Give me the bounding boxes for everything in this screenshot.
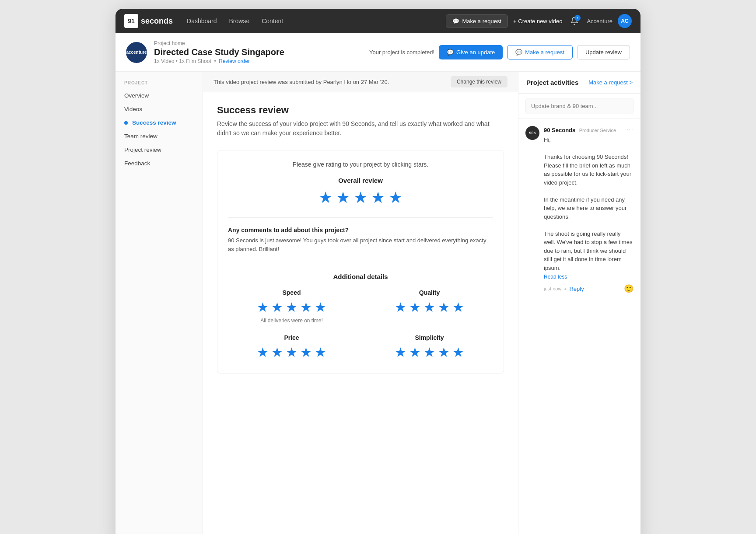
activity-panel: Project activities Make a request > 90s … <box>518 72 640 534</box>
speed-star-3[interactable]: ★ <box>286 300 298 315</box>
comments-label: Any comments to add about this project? <box>228 227 493 234</box>
message-icon: 💬 <box>452 18 459 24</box>
change-review-button[interactable]: Change this review <box>451 76 508 87</box>
project-logo: accenture <box>126 42 147 63</box>
quality-stars[interactable]: ★ ★ ★ ★ ★ <box>366 300 493 315</box>
project-header: accenture Project home Directed Case Stu… <box>116 33 640 72</box>
details-section: Additional details Speed ★ ★ ★ ★ ★ <box>228 264 493 363</box>
brand: 91 seconds <box>124 14 173 28</box>
speed-star-1[interactable]: ★ <box>257 300 269 315</box>
update-review-button[interactable]: Update review <box>577 45 630 59</box>
make-request-activity-link[interactable]: Make a request > <box>588 79 633 86</box>
price-star-2[interactable]: ★ <box>271 345 283 360</box>
detail-price: Price ★ ★ ★ ★ ★ <box>228 334 355 363</box>
notice-bar: This video project review was submitted … <box>203 72 518 92</box>
simplicity-star-5[interactable]: ★ <box>452 345 464 360</box>
sidebar-item-videos[interactable]: Videos <box>116 102 203 116</box>
user-avatar[interactable]: AC <box>618 14 632 28</box>
detail-quality: Quality ★ ★ ★ ★ ★ <box>366 289 493 324</box>
sidebar-item-project-review[interactable]: Project review <box>116 143 203 157</box>
message-avatar: 90s <box>525 126 539 140</box>
sidebar-item-overview[interactable]: Overview <box>116 89 203 102</box>
notification-button[interactable]: 1 <box>567 14 581 28</box>
brand-label: seconds <box>141 17 173 26</box>
notification-badge: 1 <box>574 15 581 21</box>
price-stars[interactable]: ★ ★ ★ ★ ★ <box>228 345 355 360</box>
review-content: Success review Review the success of you… <box>203 92 518 386</box>
main-layout: PROJECT Overview Videos Success review T… <box>116 72 640 534</box>
activity-title: Project activities <box>526 79 578 86</box>
message-item: 90s 90 Seconds Producer Service ··· Hi, <box>525 126 634 293</box>
message-options-button[interactable]: ··· <box>626 126 634 134</box>
message-role: Producer Service <box>579 128 616 133</box>
message-header: 90 Seconds Producer Service ··· <box>544 126 634 134</box>
message-time: just now <box>544 286 561 291</box>
detail-speed: Speed ★ ★ ★ ★ ★ All deliveries were on t… <box>228 289 355 324</box>
review-order-link[interactable]: Review order <box>219 58 250 64</box>
simplicity-stars[interactable]: ★ ★ ★ ★ ★ <box>366 345 493 360</box>
project-title: Directed Case Study Singapore <box>154 47 362 57</box>
star-3[interactable]: ★ <box>354 188 368 207</box>
star-5[interactable]: ★ <box>388 188 402 207</box>
speed-stars[interactable]: ★ ★ ★ ★ ★ <box>228 300 355 315</box>
project-info: Project home Directed Case Study Singapo… <box>154 40 362 64</box>
nav-content[interactable]: Content <box>262 17 283 24</box>
activity-input-area <box>518 94 640 119</box>
project-home-link[interactable]: Project home <box>154 40 362 46</box>
give-update-button[interactable]: 💬 Give an update <box>439 45 503 59</box>
sidebar-item-success-review[interactable]: Success review <box>116 116 203 129</box>
sidebar-item-feedback[interactable]: Feedback <box>116 157 203 170</box>
message-text: Hi, Thanks for choosing 90 Seconds! Plea… <box>544 136 634 272</box>
notice-text: This video project review was submitted … <box>214 79 389 85</box>
simplicity-star-3[interactable]: ★ <box>424 345 435 360</box>
rating-section: Please give rating to your project by cl… <box>217 150 504 373</box>
price-star-5[interactable]: ★ <box>315 345 326 360</box>
reply-button[interactable]: Reply <box>569 286 584 292</box>
star-1[interactable]: ★ <box>318 188 332 207</box>
star-4[interactable]: ★ <box>371 188 385 207</box>
quality-star-5[interactable]: ★ <box>452 300 464 315</box>
details-title: Additional details <box>228 273 493 280</box>
make-request-nav-button[interactable]: 💬 Make a request <box>446 14 508 28</box>
quality-star-4[interactable]: ★ <box>438 300 450 315</box>
sidebar-item-team-review[interactable]: Team review <box>116 129 203 143</box>
price-star-1[interactable]: ★ <box>257 345 269 360</box>
message-sender: 90 Seconds <box>544 127 575 133</box>
accenture-label: Accenture <box>587 18 612 24</box>
speed-label: Speed <box>228 289 355 296</box>
quality-star-2[interactable]: ★ <box>409 300 421 315</box>
make-request-button[interactable]: 💬 Make a request <box>507 45 573 59</box>
speed-star-4[interactable]: ★ <box>300 300 312 315</box>
star-2[interactable]: ★ <box>336 188 350 207</box>
activity-header: Project activities Make a request > <box>518 72 640 94</box>
activity-messages: 90s 90 Seconds Producer Service ··· Hi, <box>518 119 640 534</box>
simplicity-star-2[interactable]: ★ <box>409 345 421 360</box>
price-star-3[interactable]: ★ <box>286 345 298 360</box>
review-subtitle: Review the success of your video project… <box>217 119 504 138</box>
project-meta: 1x Video • 1x Film Shoot • Review order <box>154 58 362 64</box>
speed-star-2[interactable]: ★ <box>271 300 283 315</box>
status-text: Your project is completed! <box>369 49 434 56</box>
navbar-actions: 💬 Make a request + Create new video 1 Ac… <box>446 14 632 28</box>
emoji-button[interactable]: 🙂 <box>624 284 634 293</box>
rating-prompt: Please give rating to your project by cl… <box>228 161 493 168</box>
speed-star-5[interactable]: ★ <box>315 300 326 315</box>
activity-input[interactable] <box>525 98 634 114</box>
price-label: Price <box>228 334 355 341</box>
details-grid: Speed ★ ★ ★ ★ ★ All deliveries were on t… <box>228 289 493 363</box>
simplicity-star-1[interactable]: ★ <box>395 345 406 360</box>
comments-text: 90 Seconds is just awesome! You guys too… <box>228 236 493 253</box>
simplicity-label: Simplicity <box>366 334 493 341</box>
create-video-button[interactable]: + Create new video <box>513 18 562 24</box>
nav-browse[interactable]: Browse <box>229 17 250 24</box>
read-less-button[interactable]: Read less <box>544 274 567 280</box>
quality-star-3[interactable]: ★ <box>424 300 435 315</box>
overall-stars[interactable]: ★ ★ ★ ★ ★ <box>228 188 493 207</box>
chat-icon: 💬 <box>447 49 454 56</box>
quality-star-1[interactable]: ★ <box>395 300 406 315</box>
speed-note: All deliveries were on time! <box>228 318 355 324</box>
nav-dashboard[interactable]: Dashboard <box>187 17 217 24</box>
active-dot <box>124 121 128 125</box>
simplicity-star-4[interactable]: ★ <box>438 345 450 360</box>
price-star-4[interactable]: ★ <box>300 345 312 360</box>
